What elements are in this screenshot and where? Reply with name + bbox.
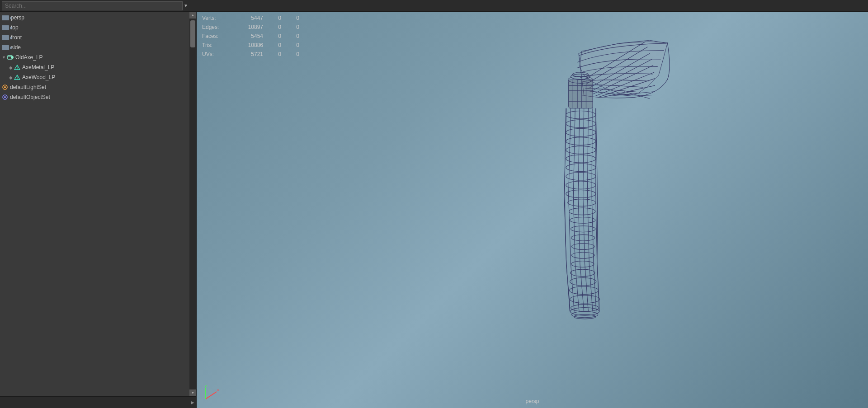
svg-point-12 bbox=[4, 96, 6, 98]
scroll-down-button[interactable]: ▼ bbox=[189, 389, 196, 396]
stat-row-faces: Faces: 5454 0 0 bbox=[202, 32, 299, 41]
svg-line-86 bbox=[206, 392, 217, 399]
outliner: persp top front side bbox=[0, 12, 189, 396]
search-dropdown-arrow[interactable]: ▼ bbox=[184, 3, 188, 8]
svg-point-59 bbox=[571, 244, 594, 250]
stat-row-tris: Tris: 10886 0 0 bbox=[202, 41, 299, 50]
svg-point-71 bbox=[570, 278, 596, 286]
stat-col3-faces: 0 bbox=[290, 33, 299, 39]
objectset-icon bbox=[2, 94, 8, 100]
outliner-panel: persp top front side bbox=[0, 12, 197, 408]
left-panel-bottom: ▶ bbox=[0, 396, 196, 408]
svg-point-74 bbox=[571, 305, 599, 312]
stat-col2-tris: 0 bbox=[272, 42, 281, 48]
outliner-item-side[interactable]: side bbox=[0, 42, 189, 52]
outliner-item-axemetal[interactable]: ◆ AxeMetal_LP bbox=[0, 62, 189, 72]
3d-viewport[interactable]: .wire { stroke: #3a3f6a; stroke-width: 1… bbox=[197, 12, 868, 408]
axe-wireframe: .wire { stroke: #3a3f6a; stroke-width: 1… bbox=[197, 12, 868, 408]
svg-point-70 bbox=[571, 269, 595, 277]
stat-col3-edges: 0 bbox=[290, 24, 299, 30]
camera-icon-persp bbox=[2, 15, 9, 20]
scroll-thumb[interactable] bbox=[190, 20, 195, 47]
stat-col2-uvs: 0 bbox=[272, 51, 281, 57]
stat-col2-verts: 0 bbox=[272, 15, 281, 21]
stat-col3-tris: 0 bbox=[290, 42, 299, 48]
svg-point-61 bbox=[571, 261, 594, 267]
outliner-item-persp[interactable]: persp bbox=[0, 13, 189, 23]
svg-line-69 bbox=[596, 196, 597, 264]
svg-point-2 bbox=[11, 56, 14, 59]
svg-line-42 bbox=[592, 108, 592, 196]
outliner-label-persp: persp bbox=[11, 14, 24, 21]
search-bar: ▼ bbox=[0, 0, 868, 12]
stat-label-edges: Edges: bbox=[202, 24, 227, 30]
axis-indicator: x y bbox=[202, 385, 220, 403]
outliner-wrap: persp top front side bbox=[0, 12, 196, 396]
camera-icon-top bbox=[2, 25, 9, 30]
stat-col3-uvs: 0 bbox=[290, 51, 299, 57]
outliner-label-oldaxe: OldAxe_LP bbox=[15, 54, 43, 61]
stat-label-tris: Tris: bbox=[202, 42, 227, 48]
svg-line-38 bbox=[573, 108, 575, 196]
svg-point-55 bbox=[569, 208, 595, 215]
svg-line-40 bbox=[583, 108, 584, 196]
svg-point-51 bbox=[566, 172, 596, 180]
outliner-item-oldaxe-lp[interactable]: ▼ OldAxe_LP bbox=[0, 52, 189, 62]
svg-point-52 bbox=[566, 181, 596, 189]
svg-line-67 bbox=[587, 196, 589, 264]
svg-point-10 bbox=[4, 86, 6, 88]
viewport-label: persp bbox=[525, 398, 539, 404]
svg-line-64 bbox=[573, 196, 575, 264]
expand-arrow[interactable]: ▶ bbox=[191, 400, 194, 405]
outliner-item-objectset[interactable]: defaultObjectSet bbox=[0, 92, 189, 102]
camera-icon-side bbox=[2, 45, 9, 50]
outliner-label-lightset: defaultLightSet bbox=[10, 84, 46, 90]
stat-label-uvs: UVs: bbox=[202, 51, 227, 57]
svg-point-53 bbox=[566, 190, 596, 197]
svg-line-39 bbox=[578, 108, 580, 196]
stats-bar: Verts: 5447 0 0 Edges: 10897 0 0 Faces: … bbox=[197, 12, 305, 61]
outliner-scrollbar[interactable]: ▲ ▼ bbox=[189, 12, 196, 396]
search-input[interactable] bbox=[2, 1, 183, 10]
stat-val-tris: 10886 bbox=[236, 42, 263, 48]
outliner-item-axewood[interactable]: ◆ AxeWood_LP bbox=[0, 72, 189, 82]
stat-col3-verts: 0 bbox=[290, 15, 299, 21]
group-icon-oldaxe bbox=[7, 54, 14, 61]
connector-axemetal: ◆ bbox=[9, 65, 13, 70]
stat-val-faces: 5454 bbox=[236, 33, 263, 39]
outliner-item-lightset[interactable]: defaultLightSet bbox=[0, 82, 189, 92]
main-layout: persp top front side bbox=[0, 12, 868, 408]
stat-row-verts: Verts: 5447 0 0 bbox=[202, 14, 299, 23]
svg-line-63 bbox=[569, 196, 571, 264]
stat-val-uvs: 5721 bbox=[236, 51, 263, 57]
scroll-up-button[interactable]: ▲ bbox=[189, 12, 196, 19]
outliner-label-axewood: AxeWood_LP bbox=[22, 74, 55, 80]
mesh-icon-axemetal bbox=[14, 64, 20, 70]
svg-rect-24 bbox=[569, 80, 593, 108]
stat-label-faces: Faces: bbox=[202, 33, 227, 39]
svg-text:x: x bbox=[217, 388, 219, 392]
stat-val-verts: 5447 bbox=[236, 15, 263, 21]
svg-text:y: y bbox=[205, 385, 207, 388]
svg-point-54 bbox=[568, 199, 596, 206]
svg-point-48 bbox=[566, 146, 596, 154]
svg-point-50 bbox=[566, 164, 596, 171]
lightset-icon bbox=[2, 84, 8, 90]
mesh-icon-axewood bbox=[14, 74, 20, 80]
svg-point-47 bbox=[566, 137, 596, 145]
svg-line-80 bbox=[589, 264, 593, 311]
collapse-icon-oldaxe: ▼ bbox=[2, 55, 6, 60]
outliner-label-axemetal: AxeMetal_LP bbox=[22, 64, 54, 70]
stat-label-verts: Verts: bbox=[202, 15, 227, 21]
stat-col2-edges: 0 bbox=[272, 24, 281, 30]
outliner-item-front[interactable]: front bbox=[0, 33, 189, 42]
outliner-label-objectset: defaultObjectSet bbox=[10, 94, 50, 100]
stat-row-uvs: UVs: 5721 0 0 bbox=[202, 50, 299, 59]
outliner-item-top[interactable]: top bbox=[0, 23, 189, 33]
viewport-panel: Verts: 5447 0 0 Edges: 10897 0 0 Faces: … bbox=[197, 12, 868, 408]
svg-point-49 bbox=[566, 155, 596, 163]
svg-line-41 bbox=[587, 108, 588, 196]
stat-val-edges: 10897 bbox=[236, 24, 263, 30]
stat-col2-faces: 0 bbox=[272, 33, 281, 39]
stat-row-edges: Edges: 10897 0 0 bbox=[202, 23, 299, 32]
